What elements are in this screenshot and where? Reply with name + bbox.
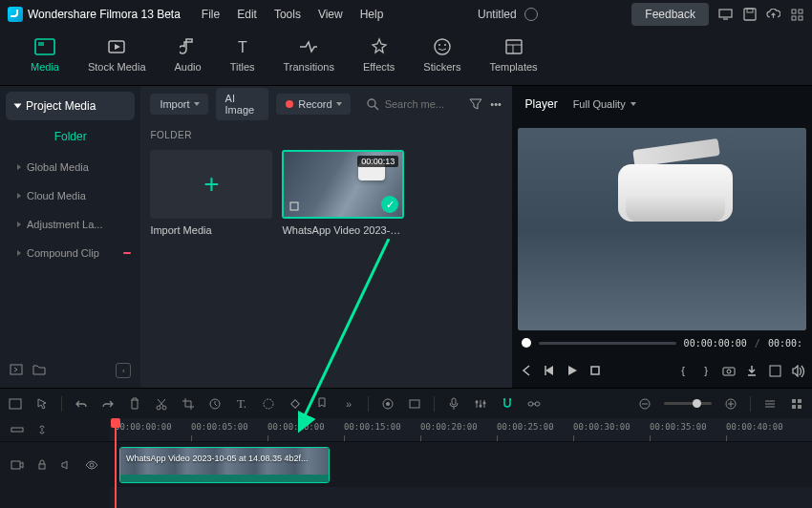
download-icon[interactable] — [743, 362, 760, 379]
ai-image-button[interactable]: AI Image — [216, 88, 269, 120]
menu-file[interactable]: File — [202, 8, 220, 21]
stop-icon[interactable] — [587, 362, 604, 379]
svg-point-13 — [435, 39, 450, 54]
sidebar-global-media[interactable]: Global Media — [0, 153, 140, 181]
color-icon[interactable] — [261, 396, 276, 412]
player-tab[interactable]: Player — [525, 97, 558, 111]
layout-icon[interactable] — [8, 396, 23, 412]
preview-screen[interactable] — [518, 128, 806, 330]
playhead[interactable] — [115, 418, 117, 508]
cloud-upload-icon[interactable] — [766, 8, 780, 22]
track-lock-icon[interactable] — [34, 457, 50, 473]
import-button[interactable]: Import — [150, 94, 207, 115]
media-clip-card[interactable]: 00:00:13 ✓ WhatsApp Video 2023-10-05... — [282, 150, 404, 236]
media-icon — [34, 36, 55, 57]
track-header[interactable] — [0, 441, 110, 487]
folder-tab[interactable]: Folder — [0, 120, 140, 153]
menu-help[interactable]: Help — [360, 8, 384, 21]
ribbon-stock-media[interactable]: Stock Media — [88, 36, 146, 85]
more-icon[interactable]: ••• — [490, 96, 502, 112]
zoom-slider[interactable] — [664, 402, 712, 405]
search-input[interactable] — [385, 98, 461, 110]
sidebar-cloud-media[interactable]: Cloud Media — [0, 181, 140, 210]
sidebar-compound-clip[interactable]: Compound Clip — [0, 239, 140, 267]
mark-out-icon[interactable]: } — [697, 362, 715, 379]
menu-tools[interactable]: Tools — [274, 8, 301, 21]
svg-marker-11 — [115, 44, 120, 50]
playhead-dot-icon[interactable] — [522, 338, 531, 348]
ribbon-effects[interactable]: Effects — [363, 36, 395, 85]
more-tools-icon[interactable]: » — [341, 396, 356, 412]
link-toggle-icon[interactable] — [34, 422, 50, 437]
record-button[interactable]: Record — [276, 94, 350, 115]
link-icon[interactable] — [526, 396, 542, 412]
cut-icon[interactable] — [154, 396, 169, 412]
magnet-icon[interactable] — [500, 396, 515, 412]
mark-in-icon[interactable]: { — [674, 362, 692, 379]
marker-icon[interactable] — [314, 396, 330, 412]
plus-icon: + — [203, 169, 219, 200]
fullscreen-icon[interactable] — [766, 362, 783, 379]
feedback-button[interactable]: Feedback — [631, 3, 709, 26]
redo-icon[interactable] — [100, 396, 116, 412]
ribbon-audio[interactable]: Audio — [175, 36, 202, 85]
ribbon-media[interactable]: Media — [31, 36, 59, 85]
svg-rect-38 — [410, 400, 419, 408]
undo-icon[interactable] — [74, 396, 89, 412]
fit-zoom-icon[interactable] — [762, 396, 778, 412]
menu-view[interactable]: View — [318, 8, 343, 21]
crop-tool-icon[interactable] — [181, 396, 196, 412]
timeline-clip[interactable]: WhatsApp Video 2023-10-05 at 14.08.35 4b… — [119, 447, 330, 483]
import-media-card[interactable]: + Import Media — [150, 150, 272, 236]
ribbon-transitions[interactable]: Transitions — [284, 36, 334, 85]
ribbon-titles[interactable]: T Titles — [230, 36, 255, 85]
svg-rect-39 — [452, 398, 456, 405]
snapshot-icon[interactable] — [720, 362, 737, 379]
duration-badge: 00:00:13 — [357, 156, 398, 167]
select-tool-icon[interactable] — [34, 396, 50, 412]
apps-grid-icon[interactable] — [790, 8, 804, 22]
title-bar: Wondershare Filmora 13 Beta File Edit To… — [0, 0, 812, 29]
svg-text:T: T — [238, 39, 247, 55]
filter-icon[interactable] — [469, 96, 482, 112]
render-icon[interactable] — [407, 396, 422, 412]
svg-rect-16 — [506, 40, 522, 53]
video-track[interactable]: WhatsApp Video 2023-10-05 at 14.08.35 4b… — [110, 441, 812, 487]
volume-icon[interactable] — [789, 362, 806, 379]
timeline-options-icon[interactable] — [789, 396, 804, 412]
text-tool-icon[interactable]: T. — [234, 396, 249, 412]
speed-icon[interactable] — [207, 396, 223, 412]
ribbon-templates[interactable]: Templates — [489, 36, 537, 85]
expand-panel-icon[interactable] — [10, 364, 23, 377]
mic-icon[interactable] — [446, 396, 461, 412]
keyframe-icon[interactable] — [288, 396, 303, 412]
new-folder-icon[interactable] — [32, 364, 46, 377]
scrub-bar[interactable]: 00:00:00:00 / 00:00: — [512, 332, 812, 353]
svg-rect-22 — [290, 202, 298, 210]
svg-rect-19 — [11, 365, 22, 374]
play-backward-icon[interactable] — [541, 362, 558, 379]
project-media-header[interactable]: Project Media — [6, 92, 135, 120]
collapse-sidebar-button[interactable]: ‹ — [116, 363, 131, 378]
new-badge — [123, 252, 131, 254]
save-icon[interactable] — [742, 8, 757, 22]
menu-edit[interactable]: Edit — [237, 8, 257, 21]
delete-icon[interactable] — [127, 396, 142, 412]
timeline-ruler-icon[interactable] — [10, 422, 25, 437]
sidebar-adjustment-layer[interactable]: Adjustment La... — [0, 210, 140, 239]
ribbon-stickers[interactable]: Stickers — [423, 36, 460, 85]
track-visibility-icon[interactable] — [84, 457, 99, 473]
zoom-in-icon[interactable] — [723, 396, 738, 412]
adjust-icon[interactable] — [380, 396, 395, 412]
play-icon[interactable] — [564, 362, 581, 379]
quality-dropdown[interactable]: Full Quality — [573, 98, 635, 110]
monitor-icon[interactable] — [718, 8, 733, 22]
sync-icon[interactable] — [524, 8, 538, 21]
prev-frame-icon[interactable] — [518, 362, 535, 379]
zoom-out-icon[interactable] — [637, 396, 652, 412]
project-title[interactable]: Untitled — [478, 8, 517, 21]
mixer-icon[interactable] — [473, 396, 488, 412]
filmora-logo-icon — [8, 7, 23, 22]
track-mute-icon[interactable] — [59, 457, 75, 473]
timeline-ruler[interactable]: 00:00:00:00 00:00:05:00 00:00:10:00 00:0… — [110, 418, 812, 441]
